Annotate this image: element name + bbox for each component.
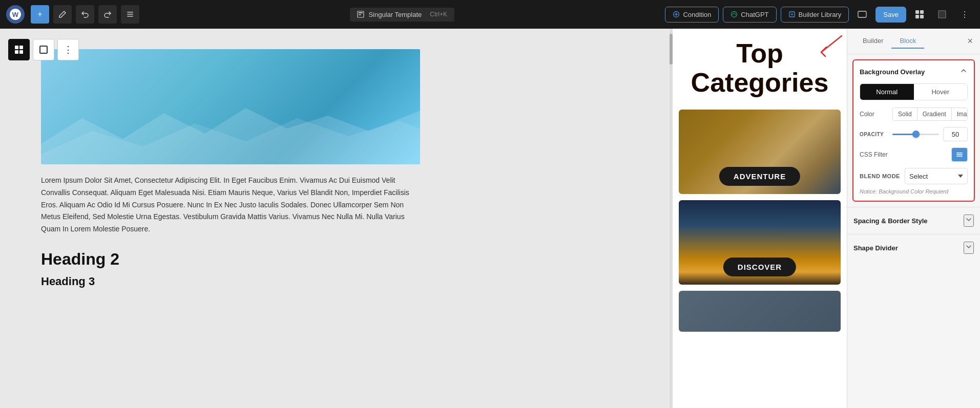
settings-header: Builder Block × [847,29,980,54]
css-filter-label: CSS Filter [860,151,947,158]
section-toggle-button[interactable] [960,67,968,77]
svg-rect-18 [15,50,18,54]
topbar-center: Singular Template Ctrl+K [143,8,661,22]
scroll-thumb [670,34,673,65]
normal-mode-button[interactable]: Normal [860,84,914,100]
adventure-card[interactable]: ADVENTURE [679,110,841,194]
svg-rect-19 [19,50,23,54]
svg-point-25 [960,154,961,155]
responsive-button[interactable] [853,5,871,24]
shape-divider-toggle[interactable] [964,242,974,254]
wp-logo[interactable]: W [6,5,25,24]
page-title: Top Categories [679,39,841,97]
color-label: Color [860,111,888,118]
opacity-label: OPACITY [860,132,888,137]
template-shortcut: Ctrl+K [430,11,447,18]
blend-mode-select[interactable]: Select Normal Multiply Screen Overlay [905,168,968,184]
svg-rect-15 [939,11,945,17]
opacity-slider[interactable] [892,129,939,139]
settings-tabs: Builder Block [854,34,924,49]
tab-block[interactable]: Block [891,34,924,49]
partial-card[interactable] [679,291,841,332]
discover-label: DISCOVER [723,257,796,276]
heading3: Heading 3 [41,275,649,288]
canvas-content: Lorem Ipsum Dolor Sit Amet, Consectetur … [0,29,670,309]
wp-logo-text: W [12,11,18,18]
background-overlay-section: Background Overlay Normal Hover Color So… [852,59,975,202]
svg-rect-0 [127,12,133,13]
slider-thumb[interactable] [912,131,920,138]
section-header: Background Overlay [860,67,968,77]
svg-rect-10 [915,10,919,14]
svg-rect-9 [858,11,866,17]
svg-rect-2 [127,16,133,17]
spacing-border-title: Spacing & Border Style [853,217,927,225]
svg-rect-13 [920,15,924,18]
color-row: Color Solid Gradient Image [860,108,968,121]
template-label[interactable]: Singular Template Ctrl+K [350,8,454,22]
heading2: Heading 2 [41,250,649,269]
undo-button[interactable] [76,5,94,24]
svg-point-26 [961,156,963,157]
svg-rect-4 [359,12,363,13]
solid-btn[interactable]: Solid [893,108,918,120]
more-options-button[interactable]: ⋮ [955,5,974,24]
svg-point-7 [732,12,737,17]
svg-rect-5 [359,14,361,15]
builder-library-button[interactable]: Builder Library [781,7,849,23]
history-button[interactable] [121,5,139,24]
color-options: Solid Gradient Image [892,108,968,121]
add-element-button[interactable]: + [31,5,49,24]
svg-rect-11 [920,10,924,14]
scroll-indicator[interactable] [670,29,673,408]
css-filter-row: CSS Filter [860,147,968,162]
svg-rect-20 [40,46,47,53]
svg-point-24 [957,152,959,154]
mode-toggle: Normal Hover [860,83,968,100]
canvas-toolbar: ⋮ [8,39,79,60]
tab-builder[interactable]: Builder [854,34,891,49]
canvas-area: ⋮ Lorem Ipsum Dolor Sit Amet, Consectetu… [0,29,670,408]
shape-divider-title: Shape Divider [853,244,898,252]
svg-rect-16 [15,46,18,49]
preview-button[interactable] [933,5,951,24]
main-layout: ⋮ Lorem Ipsum Dolor Sit Amet, Consectetu… [0,29,980,408]
blend-mode-label: BLEND MODE [860,173,901,179]
chatgpt-button[interactable]: ChatGPT [723,7,776,23]
layout-button[interactable] [910,5,929,24]
gradient-btn[interactable]: Gradient [918,108,952,120]
topbar: W + Singular Template Ctrl+K Condition C… [0,0,980,29]
grid-view-button[interactable] [8,39,30,60]
opacity-row: OPACITY 50 [860,127,968,141]
spacing-border-toggle[interactable] [964,214,974,227]
spacing-border-section[interactable]: Spacing & Border Style [847,207,980,234]
template-name: Singular Template [368,11,422,18]
condition-button[interactable]: Condition [665,7,719,23]
hero-image-block[interactable] [41,49,420,164]
edit-button[interactable] [53,5,72,24]
svg-rect-1 [127,14,133,15]
svg-rect-17 [19,46,23,49]
css-filter-button[interactable] [951,147,968,162]
close-panel-button[interactable]: × [967,36,973,47]
redo-button[interactable] [98,5,117,24]
content-right: Top Categories ADVENTURE DISCOVER [673,29,847,408]
section-title: Background Overlay [860,68,925,76]
blend-mode-row: BLEND MODE Select Normal Multiply Screen… [860,168,968,184]
more-tools-button[interactable]: ⋮ [57,39,79,60]
save-button[interactable]: Save [875,7,906,23]
svg-rect-12 [915,15,919,18]
settings-panel: Builder Block × Background Overlay Norma… [847,29,980,408]
image-btn[interactable]: Image [952,108,968,120]
body-text: Lorem Ipsum Dolor Sit Amet, Consectetur … [41,175,420,235]
discover-card[interactable]: DISCOVER [679,200,841,285]
topbar-right: Condition ChatGPT Builder Library Save ⋮ [665,5,974,24]
notice-text: Notice: Background Color Requierd [860,188,968,195]
box-view-button[interactable] [33,39,54,60]
hover-mode-button[interactable]: Hover [914,84,968,100]
shape-divider-section[interactable]: Shape Divider [847,234,980,261]
adventure-label: ADVENTURE [719,167,800,186]
opacity-value[interactable]: 50 [943,127,968,141]
